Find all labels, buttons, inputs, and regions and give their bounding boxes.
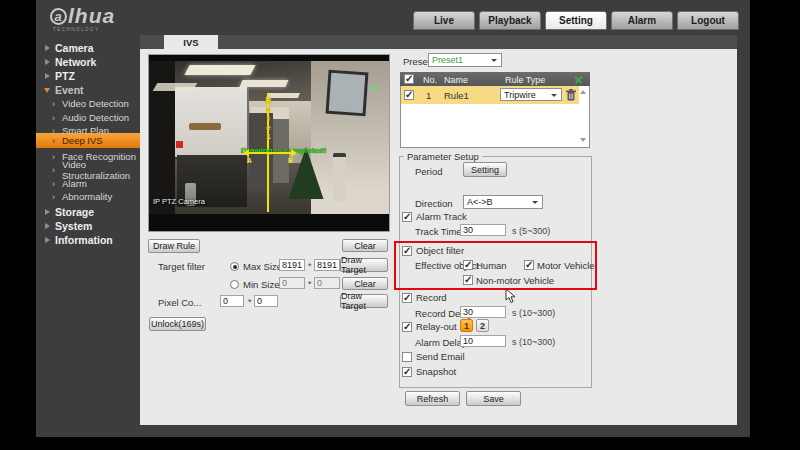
refresh-button[interactable]: Refresh (405, 391, 460, 406)
chevron-right-icon (45, 45, 50, 51)
sidebar-item-deep-ivs[interactable]: ›Deep IVS (36, 133, 140, 148)
scroll-down-icon[interactable] (580, 138, 586, 142)
tab-setting[interactable]: Setting (545, 11, 607, 30)
sidebar-item-information[interactable]: Information (36, 233, 140, 246)
record-delay-range: s (10~300) (512, 308, 555, 318)
alarm-delay-label: Alarm Delay (415, 337, 467, 348)
sidebar-item-video-structuralization[interactable]: ›Video Structuralization (36, 163, 140, 176)
tab-live[interactable]: Live (413, 11, 475, 30)
period-setting-button[interactable]: Setting (463, 162, 507, 177)
sidebar-item-abnormality[interactable]: ›Abnormality (36, 190, 140, 203)
relay-channel-1-button[interactable]: 1 (460, 319, 473, 332)
preset-select[interactable]: Preset1 (428, 53, 502, 67)
sidebar-item-storage[interactable]: Storage (36, 205, 140, 218)
chevron-icon: › (52, 136, 55, 146)
draw-rule-button[interactable]: Draw Rule (148, 239, 200, 253)
sidebar-item-audio-detection[interactable]: ›Audio Detection (36, 111, 140, 124)
max-size-radio[interactable] (230, 262, 239, 271)
track-time-input[interactable] (460, 224, 506, 236)
sidebar-item-video-detection[interactable]: ›Video Detection (36, 97, 140, 110)
column-rule-type: Rule Type (505, 75, 545, 85)
rule-name-cell: Rule1 (444, 90, 469, 101)
record-delay-input[interactable] (460, 306, 506, 318)
clear-target-button[interactable]: Clear (342, 277, 388, 290)
dahua-logo-text: alhua (50, 4, 115, 28)
sidebar-item-ptz[interactable]: PTZ (36, 69, 140, 82)
tab-playback[interactable]: Playback (479, 11, 541, 30)
direction-label: Direction (415, 198, 453, 209)
max-width-input[interactable] (279, 259, 305, 271)
dahua-web-app: alhua TECHNOLOGY Live Playback Setting A… (0, 0, 800, 450)
max-size-label: Max Size (243, 261, 282, 272)
preset-label: Preset (403, 56, 430, 67)
chevron-down-icon (44, 88, 50, 93)
tripwire-rule-name: Rule1 (264, 96, 272, 141)
clear-rule-button[interactable]: Clear (342, 239, 388, 252)
alarm-track-label: Alarm Track (416, 211, 467, 222)
target-filter-label: Target filter (158, 261, 205, 272)
column-name: Name (444, 75, 468, 85)
chevron-icon: › (52, 152, 55, 162)
scene-ceiling-light (153, 83, 198, 91)
relay-out-checkbox[interactable] (402, 322, 412, 332)
chevron-right-icon (45, 237, 50, 243)
scene-picture-frame (326, 70, 369, 117)
alarm-delay-range: s (10~300) (512, 337, 555, 347)
pixel-height-input[interactable] (254, 295, 278, 307)
period-label: Period (415, 166, 442, 177)
arrow-right-icon (291, 149, 297, 157)
chevron-icon: › (52, 179, 55, 189)
column-no: No. (423, 75, 437, 85)
sidebar-item-event[interactable]: Event (36, 83, 140, 96)
select-all-checkbox[interactable] (404, 74, 414, 84)
alarm-track-checkbox[interactable] (402, 212, 412, 222)
relay-channel-2-button[interactable]: 2 (476, 319, 489, 332)
record-label: Record (416, 292, 447, 303)
unlock-button[interactable]: Unlock(169s) (149, 317, 206, 331)
tab-alarm[interactable]: Alarm (611, 11, 673, 30)
save-button[interactable]: Save (466, 391, 521, 406)
alarm-delay-input[interactable] (460, 335, 506, 347)
chevron-right-icon (45, 73, 50, 79)
send-email-checkbox[interactable] (402, 352, 412, 362)
scene-desk-items (189, 123, 221, 130)
send-email-label: Send Email (416, 351, 465, 362)
rule-enabled-checkbox[interactable] (404, 90, 414, 100)
red-marker (176, 141, 183, 148)
direction-arrow-line (249, 152, 291, 154)
chevron-icon: › (52, 192, 55, 202)
min-height-input[interactable] (314, 277, 340, 289)
sidebar-item-system[interactable]: System (36, 219, 140, 232)
times-separator: * (308, 279, 312, 289)
scene-water-dispenser (333, 153, 346, 201)
pixel-width-input[interactable] (220, 295, 244, 307)
scroll-up-icon[interactable] (580, 90, 586, 94)
delete-rule-icon[interactable] (566, 89, 576, 101)
min-size-radio[interactable] (230, 280, 239, 289)
chevron-icon: › (52, 165, 55, 175)
track-time-range: s (5~300) (512, 226, 550, 236)
tab-ivs[interactable]: IVS (164, 35, 218, 49)
sidebar-item-alarm[interactable]: ›Alarm (36, 177, 140, 190)
max-height-input[interactable] (314, 259, 340, 271)
direction-a-label: A (247, 157, 252, 164)
direction-b-label: B (288, 157, 293, 164)
chevron-icon: › (52, 99, 55, 109)
chevron-right-icon (45, 223, 50, 229)
snapshot-checkbox[interactable] (402, 367, 412, 377)
tab-logout[interactable]: Logout (677, 11, 739, 30)
sidebar-item-network[interactable]: Network (36, 55, 140, 68)
direction-select[interactable]: A<->B (463, 195, 543, 209)
camera-osd-label: IP PTZ Camera (153, 197, 205, 206)
min-width-input[interactable] (279, 277, 305, 289)
content-tab-bar (140, 35, 737, 49)
draw-target-pixel-button[interactable]: Draw Target (340, 294, 388, 308)
snapshot-label: Snapshot (416, 366, 456, 377)
times-separator: * (248, 297, 252, 307)
scene-ceiling-light (184, 65, 255, 75)
draw-target-button[interactable]: Draw Target (340, 258, 388, 272)
record-checkbox[interactable] (402, 293, 412, 303)
rule-type-select[interactable]: Tripwire (500, 88, 562, 101)
pixel-counter-label: Pixel Co... (158, 297, 201, 308)
sidebar-item-camera[interactable]: Camera (36, 41, 140, 54)
